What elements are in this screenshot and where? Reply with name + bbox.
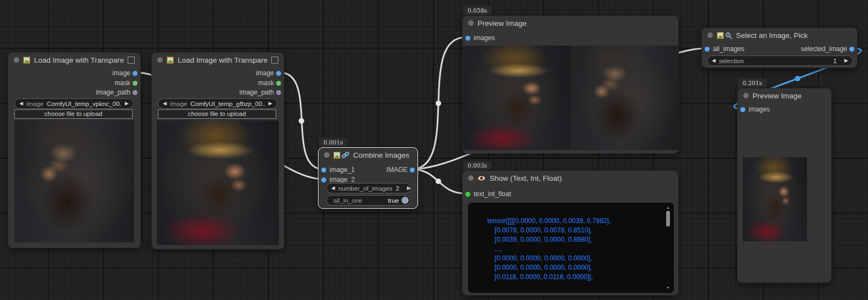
input-slot-image-1[interactable]: image_1 xyxy=(318,166,355,174)
node-titlebar[interactable]: Load Image with Transparency xyxy=(152,53,284,67)
execution-time-badge: 0.201s xyxy=(738,79,766,87)
slot-dot-images[interactable] xyxy=(465,36,470,41)
node-titlebar[interactable]: Combine Images xyxy=(318,148,417,162)
node-titlebar[interactable]: Select an Image, Pick xyxy=(702,28,857,42)
combo-prev-icon[interactable]: ◀ xyxy=(712,56,716,65)
link-midpoint-dot[interactable] xyxy=(299,118,304,124)
slot-label: IMAGE xyxy=(386,166,408,174)
slot-label: images xyxy=(749,105,770,113)
slot-dot-mask[interactable] xyxy=(133,81,138,86)
slot-dot-image-2[interactable] xyxy=(321,177,326,182)
tensor-text: tensor([[[[0.0000, 0.0000, 0.0039, 0.788… xyxy=(476,217,611,293)
slot-label: all_images xyxy=(713,45,744,53)
scroll-up-icon[interactable]: ▲ xyxy=(665,205,671,210)
node-status-dot xyxy=(743,93,749,98)
node-title: Select an Image, Pick xyxy=(736,31,808,40)
slot-dot-images[interactable] xyxy=(740,107,745,112)
node-title: Preview Image xyxy=(477,19,526,27)
node-title: Load Image with Transparency xyxy=(178,56,267,64)
tensor-output-textarea[interactable]: tensor([[[[0.0000, 0.0000, 0.0039, 0.788… xyxy=(468,203,674,293)
node-status-dot xyxy=(468,20,474,26)
preview-image xyxy=(743,157,807,241)
slot-dot-image[interactable] xyxy=(276,71,281,76)
toggle-knob[interactable] xyxy=(402,197,409,204)
node-title: Preview Image xyxy=(752,92,801,100)
combo-prev-icon[interactable]: ◀ xyxy=(163,99,167,108)
combo-label: image xyxy=(26,101,43,107)
node-select-an-image[interactable]: Select an Image, Pick all_images selecte… xyxy=(701,27,858,68)
combo-prev-icon[interactable]: ◀ xyxy=(19,99,23,108)
loaded-image-preview xyxy=(14,120,134,242)
node-graph-canvas[interactable]: Load Image with Transparency image mask … xyxy=(0,0,868,300)
image-icon xyxy=(23,57,30,64)
node-load-image-2[interactable]: Load Image with Transparency image mask … xyxy=(151,52,284,249)
title-checkbox[interactable] xyxy=(271,57,278,64)
node-titlebar[interactable]: Load Image with Transparency xyxy=(8,53,140,67)
input-slot-image-2[interactable]: image_2 xyxy=(318,176,355,184)
choose-file-button[interactable]: choose file to upload xyxy=(14,109,133,119)
number-of-images-combo[interactable]: ◀ number_of_images 2 ▶ xyxy=(326,183,411,193)
input-slot-all-images[interactable]: all_images xyxy=(702,45,744,53)
output-slot-mask[interactable]: mask xyxy=(258,79,284,87)
node-combine-images[interactable]: 0.001s Combine Images image_1 image_2 IM… xyxy=(318,147,418,209)
input-slot-images[interactable]: images xyxy=(738,105,770,113)
slot-dot-image[interactable] xyxy=(133,71,138,76)
output-slot-image[interactable]: image xyxy=(256,69,284,77)
slot-dot-image-out[interactable] xyxy=(410,168,415,173)
node-preview-image-top[interactable]: 0.058s Preview Image images xyxy=(462,15,679,154)
combo-next-icon[interactable]: ▶ xyxy=(407,184,411,193)
input-slot-text-int-float[interactable]: text_int_float xyxy=(463,190,511,198)
node-status-dot xyxy=(157,57,163,63)
slot-dot-mask[interactable] xyxy=(276,81,281,86)
slot-dot-text-int-float[interactable] xyxy=(465,192,470,197)
slot-label: mask xyxy=(114,79,130,87)
input-slot-images[interactable]: images xyxy=(463,34,495,42)
all-in-one-toggle[interactable]: all_in_one true xyxy=(326,195,411,205)
eye-icon xyxy=(477,175,486,181)
execution-time-badge: 0.058s xyxy=(463,6,491,15)
scroll-down-icon[interactable]: ▼ xyxy=(665,285,671,291)
scrollbar-thumb[interactable] xyxy=(666,211,670,226)
slot-dot-selected-image[interactable] xyxy=(849,47,854,52)
output-slot-selected-image[interactable]: selected_image xyxy=(801,45,857,53)
slot-dot-image-path[interactable] xyxy=(276,90,281,95)
preview-image-left xyxy=(463,46,570,150)
link-midpoint-dot[interactable] xyxy=(436,179,441,184)
node-titlebar[interactable]: Show (Text, Int, Float) xyxy=(463,171,678,185)
slot-label: image_path xyxy=(239,88,274,96)
slot-dot-image-path[interactable] xyxy=(133,90,138,95)
node-titlebar[interactable]: Preview Image xyxy=(463,16,678,30)
link-midpoint-dot[interactable] xyxy=(436,101,441,106)
slot-label: selected_image xyxy=(801,45,847,53)
loaded-image-preview xyxy=(157,120,279,245)
textarea-scrollbar[interactable]: ▲ ▼ xyxy=(665,205,671,291)
selection-combo[interactable]: ◀ selection 1 ▶ xyxy=(707,55,853,66)
title-checkbox[interactable] xyxy=(128,57,135,64)
node-show-text-int-float[interactable]: 0.003s Show (Text, Int, Float) text_int_… xyxy=(462,170,679,296)
output-slot-image[interactable]: image xyxy=(112,69,140,77)
slot-dot-image-1[interactable] xyxy=(321,168,326,173)
choose-file-button[interactable]: choose file to upload xyxy=(158,109,276,119)
node-preview-image-right[interactable]: 0.201s Preview Image images xyxy=(737,88,832,283)
image-file-combo[interactable]: ◀ image ComfyUI_temp_gfbzp_00... ▶ xyxy=(158,98,277,109)
output-slot-image[interactable]: IMAGE xyxy=(386,166,417,174)
combo-prev-icon[interactable]: ◀ xyxy=(331,184,335,193)
combo-next-icon[interactable]: ▶ xyxy=(844,56,848,65)
combo-next-icon[interactable]: ▶ xyxy=(125,99,129,108)
output-slot-image-path[interactable]: image_path xyxy=(96,88,140,96)
output-slot-image-path[interactable]: image_path xyxy=(239,88,284,96)
image-link-icon xyxy=(333,151,349,159)
image-magnifier-icon xyxy=(717,32,732,39)
link-midpoint-dot-blue[interactable] xyxy=(795,76,800,81)
combo-value: ComfyUI_temp_vpknc_00... xyxy=(47,101,122,107)
slot-label: image_path xyxy=(96,88,130,96)
node-title: Combine Images xyxy=(353,151,409,159)
output-slot-mask[interactable]: mask xyxy=(114,79,140,87)
node-load-image-1[interactable]: Load Image with Transparency image mask … xyxy=(8,52,141,248)
image-file-combo[interactable]: ◀ image ComfyUI_temp_vpknc_00... ▶ xyxy=(14,98,134,109)
combo-next-icon[interactable]: ▶ xyxy=(268,99,272,108)
slot-dot-all-images[interactable] xyxy=(705,47,710,52)
toggle-value: true xyxy=(388,197,402,204)
node-titlebar[interactable]: Preview Image xyxy=(738,88,831,103)
slot-label: image_1 xyxy=(329,166,355,174)
